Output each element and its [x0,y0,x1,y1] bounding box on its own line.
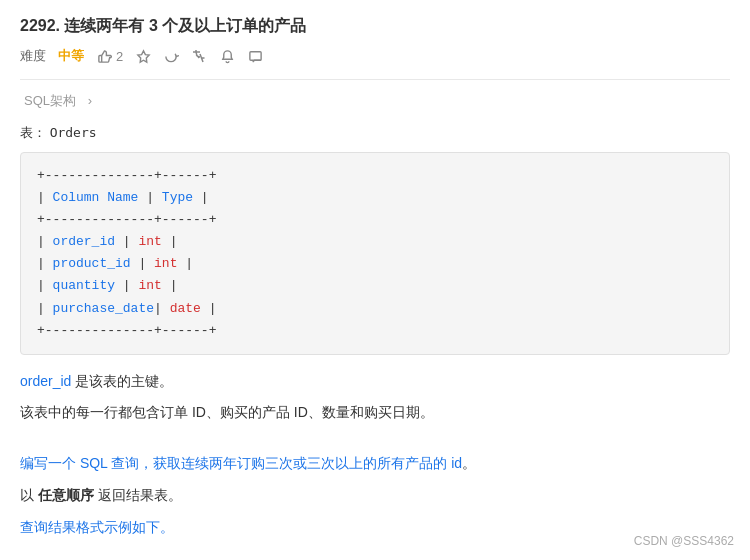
like-group[interactable]: 2 [96,48,123,64]
query-line2: 以 任意顺序 返回结果表。 [20,481,730,509]
section-gap [20,431,730,449]
query-line3: 查询结果格式示例如下。 [20,513,730,541]
svg-rect-1 [250,51,261,59]
primary-key-word: order_id [20,373,71,389]
table-label: 表： Orders [20,124,730,142]
breadcrumb-separator: › [88,93,92,108]
description-line1: order_id 是该表的主键。 [20,369,730,394]
schema-line-2: +--------------+------+ [37,209,713,231]
bell-icon[interactable] [219,48,235,64]
difficulty-row: 难度 中等 2 [20,47,730,65]
translate-icon[interactable] [191,48,207,64]
schema-line-3: +--------------+------+ [37,320,713,342]
schema-box: +--------------+------+ | Column Name | … [20,152,730,355]
comment-icon[interactable] [247,48,263,64]
any-order-bold: 任意顺序 [38,487,94,503]
table-name: Orders [50,125,97,140]
page-title: 2292. 连续两年有 3 个及以上订单的产品 [20,16,730,37]
breadcrumb-link[interactable]: SQL架构 [24,93,76,108]
refresh-icon[interactable] [163,48,179,64]
schema-row-order-id: | order_id | int | [37,231,713,253]
schema-row-product-id: | product_id | int | [37,253,713,275]
star-icon[interactable] [135,48,151,64]
footer-brand: CSDN @SSS4362 [634,534,734,548]
schema-line-1: +--------------+------+ [37,165,713,187]
query-line1: 编写一个 SQL 查询，获取连续两年订购三次或三次以上的所有产品的 id。 [20,449,730,477]
like-count: 2 [116,49,123,64]
svg-marker-0 [138,50,149,61]
schema-row-quantity: | quantity | int | [37,275,713,297]
difficulty-label: 难度 [20,47,46,65]
like-icon [96,48,112,64]
difficulty-value: 中等 [58,47,84,65]
schema-header: | Column Name | Type | [37,187,713,209]
description-line2: 该表中的每一行都包含订单 ID、购买的产品 ID、数量和购买日期。 [20,400,730,425]
divider [20,79,730,80]
schema-row-purchase-date: | purchase_date| date | [37,298,713,320]
breadcrumb[interactable]: SQL架构 › [20,92,730,110]
